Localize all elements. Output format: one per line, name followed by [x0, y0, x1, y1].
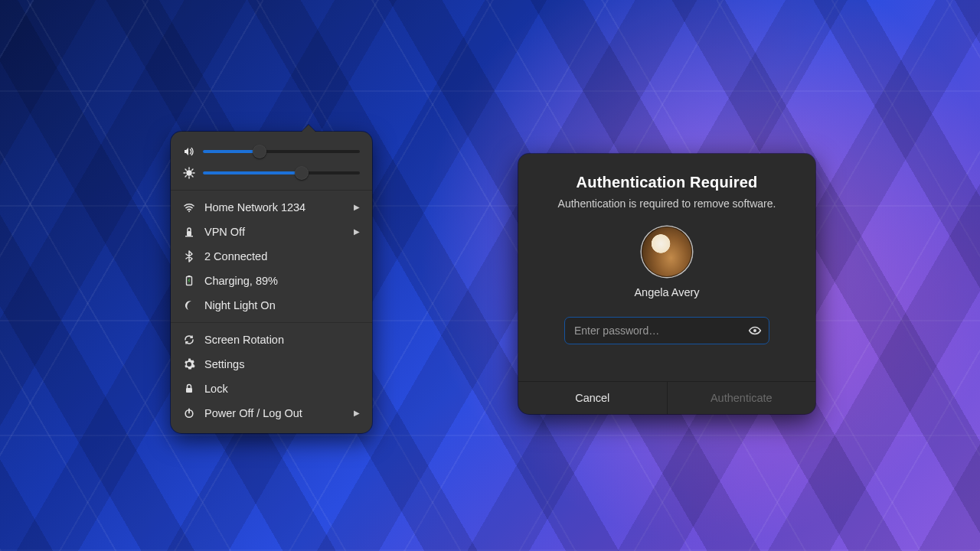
- night-light-icon: [183, 299, 195, 311]
- svg-rect-2: [187, 231, 191, 236]
- menu-item-lock[interactable]: Lock: [171, 377, 372, 401]
- svg-rect-6: [186, 388, 192, 393]
- svg-point-0: [187, 171, 191, 175]
- brightness-slider[interactable]: [203, 171, 360, 174]
- brightness-slider-fill: [203, 171, 302, 174]
- menu-separator: [171, 190, 372, 191]
- volume-icon: [183, 145, 195, 158]
- battery-icon: [183, 275, 195, 287]
- dialog-actions: Cancel Authenticate: [518, 381, 815, 414]
- volume-row: [171, 142, 372, 164]
- popover-arrow: [301, 125, 316, 132]
- menu-item-bluetooth[interactable]: 2 Connected: [171, 244, 372, 269]
- brightness-icon: [183, 167, 195, 179]
- menu-item-settings[interactable]: Settings: [171, 352, 372, 377]
- menu-item-label: Screen Rotation: [204, 332, 360, 347]
- authenticate-button[interactable]: Authenticate: [667, 382, 816, 414]
- chevron-right-icon: ▶: [354, 406, 360, 421]
- menu-item-label: Night Light On: [204, 298, 360, 313]
- wifi-icon: [183, 201, 195, 214]
- rotation-icon: [183, 334, 195, 346]
- menu-item-label: 2 Connected: [204, 249, 360, 264]
- chevron-right-icon: ▶: [354, 200, 360, 215]
- password-field-wrapper: [564, 317, 769, 344]
- reveal-password-icon[interactable]: [748, 324, 762, 337]
- lock-icon: [183, 383, 195, 395]
- menu-item-label: Charging, 89%: [204, 273, 360, 289]
- user-name: Angela Avery: [541, 286, 792, 298]
- cancel-button[interactable]: Cancel: [518, 382, 667, 414]
- volume-slider[interactable]: [203, 150, 360, 153]
- menu-separator: [171, 322, 372, 323]
- chevron-right-icon: ▶: [354, 224, 360, 240]
- user-avatar: [642, 227, 692, 277]
- svg-rect-3: [185, 236, 193, 236]
- volume-slider-fill: [203, 150, 260, 153]
- menu-item-vpn[interactable]: VPN Off ▶: [171, 220, 372, 244]
- bluetooth-icon: [183, 250, 195, 262]
- auth-dialog: Authentication Required Authentication i…: [518, 154, 815, 414]
- svg-point-1: [188, 210, 190, 212]
- svg-rect-5: [188, 276, 191, 277]
- volume-slider-thumb[interactable]: [253, 145, 266, 158]
- password-input[interactable]: [564, 317, 769, 344]
- vpn-icon: [183, 226, 195, 238]
- menu-item-battery[interactable]: Charging, 89%: [171, 269, 372, 293]
- dialog-body: Authentication Required Authentication i…: [518, 154, 815, 361]
- brightness-row: [171, 164, 372, 185]
- menu-item-night-light[interactable]: Night Light On: [171, 293, 372, 318]
- settings-icon: [183, 358, 195, 370]
- menu-item-label: VPN Off: [204, 224, 345, 240]
- svg-point-8: [753, 329, 756, 332]
- menu-item-label: Power Off / Log Out: [204, 406, 345, 421]
- desktop-wallpaper: [0, 0, 980, 551]
- menu-item-label: Settings: [204, 357, 360, 372]
- dialog-subtitle: Authentication is required to remove sof…: [541, 197, 792, 210]
- dialog-title: Authentication Required: [541, 174, 792, 191]
- menu-item-wifi[interactable]: Home Network 1234 ▶: [171, 195, 372, 220]
- menu-item-label: Home Network 1234: [204, 200, 345, 215]
- menu-item-label: Lock: [204, 381, 360, 396]
- power-icon: [183, 407, 195, 419]
- menu-item-rotation[interactable]: Screen Rotation: [171, 328, 372, 352]
- system-menu: Home Network 1234 ▶ VPN Off ▶ 2 Connecte…: [171, 132, 372, 433]
- brightness-slider-thumb[interactable]: [295, 166, 309, 180]
- menu-item-power[interactable]: Power Off / Log Out ▶: [171, 401, 372, 425]
